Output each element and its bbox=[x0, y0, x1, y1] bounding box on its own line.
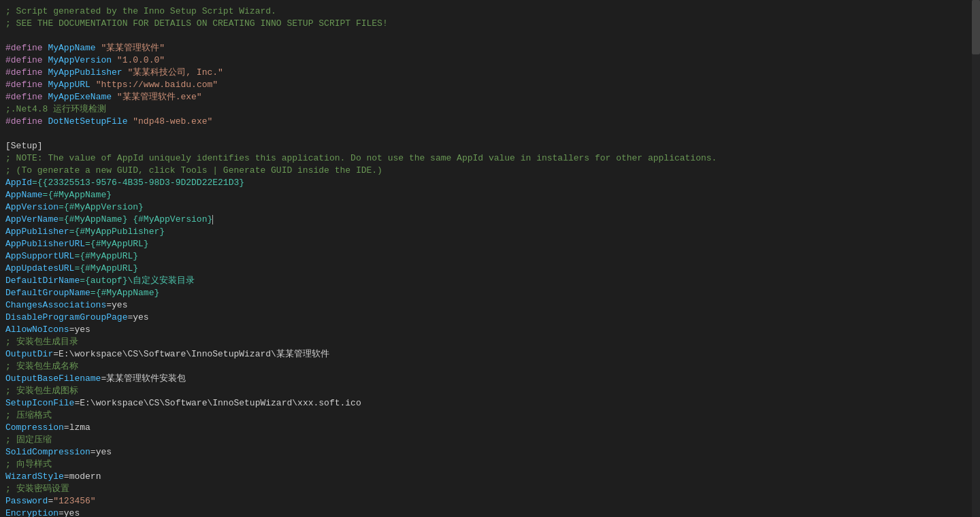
line-content: AppVerName={#MyAppName} {#MyAppVersion} bbox=[5, 214, 975, 226]
line-content: ; 固定压缩 bbox=[5, 434, 975, 446]
line-content: Compression=lzma bbox=[5, 422, 975, 434]
code-line: AppPublisherURL={#MyAppURL} bbox=[0, 238, 980, 250]
line-content: ; 安装密码设置 bbox=[5, 483, 975, 495]
line-content bbox=[5, 128, 975, 140]
code-line: SolidCompression=yes bbox=[0, 446, 980, 458]
line-content: ; (To generate a new GUID, click Tools |… bbox=[5, 165, 975, 177]
code-line: #define MyAppExeName "某某管理软件.exe" bbox=[0, 91, 980, 103]
line-content: AppPublisherURL={#MyAppURL} bbox=[5, 238, 975, 250]
line-content: ; 向导样式 bbox=[5, 458, 975, 471]
code-line: WizardStyle=modern bbox=[0, 471, 980, 483]
scrollbar[interactable] bbox=[972, 0, 980, 517]
line-content: AppName={#MyAppName} bbox=[5, 189, 975, 201]
line-content: ; 安装包生成目录 bbox=[5, 336, 975, 348]
code-line: SetupIconFile=E:\workspace\CS\Software\I… bbox=[0, 397, 980, 410]
line-content: ; 压缩格式 bbox=[5, 410, 975, 422]
line-content: ;.Net4.8 运行环境检测 bbox=[5, 103, 975, 116]
line-content: #define MyAppExeName "某某管理软件.exe" bbox=[5, 91, 975, 103]
line-content: AppPublisher={#MyAppPublisher} bbox=[5, 226, 975, 238]
code-line: #define DotNetSetupFile "ndp48-web.exe" bbox=[0, 116, 980, 128]
code-line: ; 向导样式 bbox=[0, 458, 980, 471]
scrollbar-thumb[interactable] bbox=[972, 0, 980, 54]
code-line: ;.Net4.8 运行环境检测 bbox=[0, 103, 980, 116]
line-content: DisableProgramGroupPage=yes bbox=[5, 312, 975, 324]
code-line: DefaultDirName={autopf}\自定义安装目录 bbox=[0, 275, 980, 287]
line-content: ; 安装包生成名称 bbox=[5, 361, 975, 373]
line-content: AppVersion={#MyAppVersion} bbox=[5, 201, 975, 214]
code-line: Compression=lzma bbox=[0, 422, 980, 434]
line-content: [Setup] bbox=[5, 140, 975, 152]
line-content: #define MyAppPublisher "某某科技公司, Inc." bbox=[5, 67, 975, 79]
line-content: ; Script generated by the Inno Setup Scr… bbox=[5, 5, 975, 18]
code-line: ; NOTE: The value of AppId uniquely iden… bbox=[0, 152, 980, 165]
line-content: OutputDir=E:\workspace\CS\Software\InnoS… bbox=[5, 348, 975, 361]
code-line: OutputBaseFilename=某某管理软件安装包 bbox=[0, 373, 980, 385]
line-content: ; SEE THE DOCUMENTATION FOR DETAILS ON C… bbox=[5, 18, 975, 30]
code-line: ; Script generated by the Inno Setup Scr… bbox=[0, 5, 980, 18]
code-line: #define MyAppURL "https://www.baidu.com" bbox=[0, 79, 980, 91]
code-line: AppUpdatesURL={#MyAppURL} bbox=[0, 263, 980, 275]
code-line: OutputDir=E:\workspace\CS\Software\InnoS… bbox=[0, 348, 980, 361]
code-line bbox=[0, 128, 980, 140]
code-line: ; 安装包生成名称 bbox=[0, 361, 980, 373]
line-content: #define MyAppVersion "1.0.0.0" bbox=[5, 54, 975, 67]
code-editor[interactable]: ; Script generated by the Inno Setup Scr… bbox=[0, 0, 980, 517]
code-line: ; 压缩格式 bbox=[0, 410, 980, 422]
line-content: AppSupportURL={#MyAppURL} bbox=[5, 250, 975, 263]
line-content: Encryption=yes bbox=[5, 507, 975, 517]
code-line: ; (To generate a new GUID, click Tools |… bbox=[0, 165, 980, 177]
code-line: AppName={#MyAppName} bbox=[0, 189, 980, 201]
code-line: ChangesAssociations=yes bbox=[0, 299, 980, 312]
code-line: ; 安装密码设置 bbox=[0, 483, 980, 495]
code-line: AppPublisher={#MyAppPublisher} bbox=[0, 226, 980, 238]
code-line: Password="123456" bbox=[0, 495, 980, 507]
code-line: ; SEE THE DOCUMENTATION FOR DETAILS ON C… bbox=[0, 18, 980, 30]
line-content: WizardStyle=modern bbox=[5, 471, 975, 483]
code-line: #define MyAppVersion "1.0.0.0" bbox=[0, 54, 980, 67]
line-content: SetupIconFile=E:\workspace\CS\Software\I… bbox=[5, 397, 975, 410]
code-line: ; 固定压缩 bbox=[0, 434, 980, 446]
code-line: Encryption=yes bbox=[0, 507, 980, 517]
code-line: DefaultGroupName={#MyAppName} bbox=[0, 287, 980, 299]
code-line: #define MyAppName "某某管理软件" bbox=[0, 42, 980, 54]
code-line: [Setup] bbox=[0, 140, 980, 152]
code-line: AppVerName={#MyAppName} {#MyAppVersion} bbox=[0, 214, 980, 226]
line-content: #define MyAppName "某某管理软件" bbox=[5, 42, 975, 54]
code-line: AllowNoIcons=yes bbox=[0, 324, 980, 336]
line-content: ; 安装包生成图标 bbox=[5, 385, 975, 397]
code-line bbox=[0, 30, 980, 42]
code-line: ; 安装包生成目录 bbox=[0, 336, 980, 348]
line-content: ChangesAssociations=yes bbox=[5, 299, 975, 312]
code-line: AppVersion={#MyAppVersion} bbox=[0, 201, 980, 214]
code-line: DisableProgramGroupPage=yes bbox=[0, 312, 980, 324]
line-content: OutputBaseFilename=某某管理软件安装包 bbox=[5, 373, 975, 385]
line-content: Password="123456" bbox=[5, 495, 975, 507]
code-line: AppSupportURL={#MyAppURL} bbox=[0, 250, 980, 263]
line-content bbox=[5, 30, 975, 42]
line-content: AllowNoIcons=yes bbox=[5, 324, 975, 336]
line-content: DefaultDirName={autopf}\自定义安装目录 bbox=[5, 275, 975, 287]
line-content: ; NOTE: The value of AppId uniquely iden… bbox=[5, 152, 975, 165]
line-content: DefaultGroupName={#MyAppName} bbox=[5, 287, 975, 299]
line-content: #define DotNetSetupFile "ndp48-web.exe" bbox=[5, 116, 975, 128]
code-line: #define MyAppPublisher "某某科技公司, Inc." bbox=[0, 67, 980, 79]
line-content: AppId={{23325513-9576-4B35-98D3-9D2DD22E… bbox=[5, 177, 975, 189]
line-content: AppUpdatesURL={#MyAppURL} bbox=[5, 263, 975, 275]
line-content: #define MyAppURL "https://www.baidu.com" bbox=[5, 79, 975, 91]
code-line: ; 安装包生成图标 bbox=[0, 385, 980, 397]
code-line: AppId={{23325513-9576-4B35-98D3-9D2DD22E… bbox=[0, 177, 980, 189]
line-content: SolidCompression=yes bbox=[5, 446, 975, 458]
